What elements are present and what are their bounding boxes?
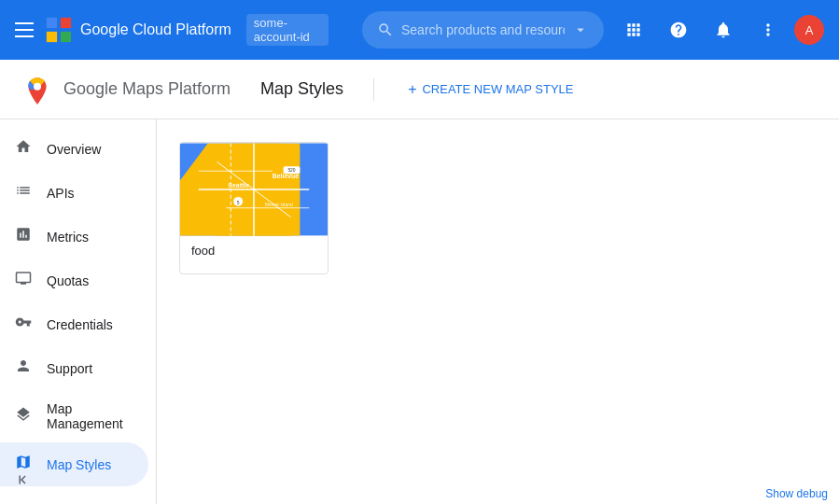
menu-button[interactable]: [15, 22, 34, 37]
person-icon: [15, 357, 32, 379]
monitor-icon: [15, 270, 32, 291]
bar-chart-icon: [15, 226, 32, 247]
topbar-title: Google Cloud Platform: [80, 21, 231, 38]
sidebar-item-label: APIs: [47, 186, 75, 201]
avatar[interactable]: A: [794, 15, 824, 45]
plus-icon: +: [408, 81, 416, 98]
svg-rect-2: [47, 32, 57, 42]
sidebar-collapse-button[interactable]: [15, 471, 32, 493]
vpn-key-icon: [15, 314, 32, 335]
svg-text:520: 520: [287, 168, 295, 173]
svg-rect-3: [61, 32, 71, 42]
maps-logo: [22, 75, 52, 105]
sidebar-item-label: Overview: [47, 142, 101, 157]
main-content: Seattle Bellevue Mercer Island 5 520 foo…: [157, 119, 839, 504]
sidebar-item-label: Map Management: [47, 401, 133, 431]
topbar-logo: Google Cloud Platform: [45, 16, 231, 44]
help-button[interactable]: [660, 11, 697, 49]
dropdown-icon: [572, 21, 589, 38]
notifications-button[interactable]: [705, 11, 742, 49]
apps-button[interactable]: [615, 11, 652, 49]
topbar: Google Cloud Platform some-account-id A: [0, 0, 839, 60]
map-thumbnail: Seattle Bellevue Mercer Island 5 520: [180, 143, 328, 236]
sidebar-item-apis[interactable]: APIs: [0, 171, 148, 215]
sidebar-item-overview[interactable]: Overview: [0, 127, 148, 171]
map-style-card[interactable]: Seattle Bellevue Mercer Island 5 520 foo…: [179, 142, 329, 274]
debug-label: Show debug: [765, 487, 828, 500]
sidebar-item-metrics[interactable]: Metrics: [0, 215, 148, 259]
subheader: Google Maps Platform Map Styles + CREATE…: [0, 60, 839, 119]
sidebar-item-label: Credentials: [47, 317, 113, 332]
search-bar: [362, 11, 604, 49]
create-map-style-button[interactable]: + CREATE NEW MAP STYLE: [397, 76, 584, 104]
sidebar-item-credentials[interactable]: Credentials: [0, 302, 148, 346]
list-icon: [15, 182, 32, 203]
search-icon: [377, 21, 394, 38]
svg-text:Seattle: Seattle: [228, 182, 249, 189]
subheader-page: Map Styles: [260, 79, 343, 99]
sidebar-item-label: Quotas: [47, 273, 89, 288]
sidebar-item-quotas[interactable]: Quotas: [0, 259, 148, 302]
sidebar-item-label: Metrics: [47, 230, 89, 245]
topbar-account[interactable]: some-account-id: [246, 14, 329, 46]
subheader-product: Google Maps Platform: [63, 79, 231, 99]
search-input[interactable]: [401, 22, 565, 37]
svg-text:Mercer Island: Mercer Island: [265, 203, 293, 207]
sidebar: Overview APIs Metrics Quotas Credentials: [0, 119, 157, 504]
create-label: CREATE NEW MAP STYLE: [422, 82, 573, 96]
more-button[interactable]: [749, 11, 787, 49]
sidebar-item-map-management[interactable]: Map Management: [0, 390, 148, 442]
svg-text:5: 5: [237, 201, 240, 205]
subheader-divider: [373, 78, 374, 101]
svg-rect-1: [61, 18, 71, 28]
sidebar-item-label: Support: [47, 361, 92, 376]
main-layout: Overview APIs Metrics Quotas Credentials: [0, 119, 839, 504]
cloud-icon: [45, 16, 73, 44]
topbar-right: A: [615, 11, 824, 49]
sidebar-item-support[interactable]: Support: [0, 346, 148, 390]
seattle-map-svg: Seattle Bellevue Mercer Island 5 520: [180, 143, 328, 236]
sidebar-item-label: Map Styles: [47, 457, 111, 472]
svg-point-4: [34, 82, 41, 90]
home-icon: [15, 138, 32, 160]
svg-rect-0: [47, 18, 57, 28]
debug-bar[interactable]: Show debug: [754, 483, 839, 504]
layers-icon: [15, 406, 32, 427]
map-style-label: food: [180, 236, 328, 273]
